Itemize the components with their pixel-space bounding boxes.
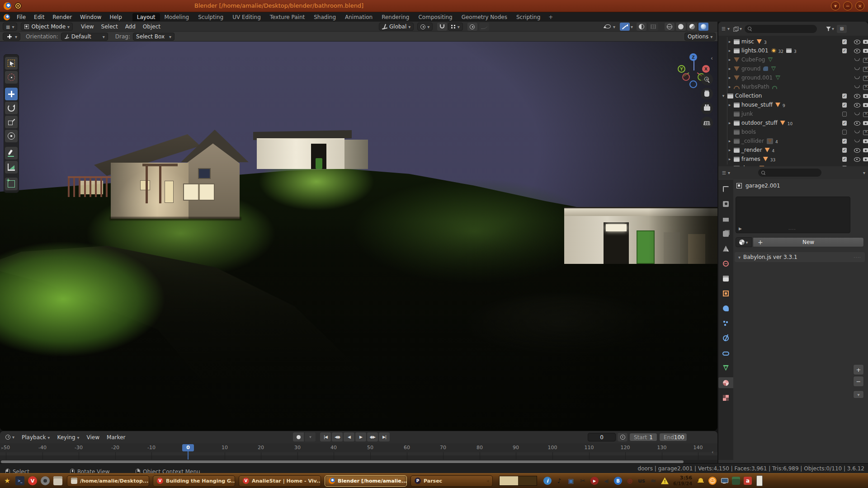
menu-help[interactable]: Help <box>105 13 126 21</box>
disable-render-toggle[interactable]: × <box>859 75 866 80</box>
exclude-checkbox[interactable]: ✓ <box>841 94 848 99</box>
disable-render-toggle[interactable]: × <box>859 84 866 89</box>
hide-viewport-toggle[interactable] <box>850 156 857 162</box>
properties-tab-particles[interactable] <box>718 318 733 328</box>
workspace-tab-compositing[interactable]: Compositing <box>414 13 457 21</box>
active-tool-dropdown[interactable]: ▾ <box>3 33 20 41</box>
tray-music-icon[interactable]: ♪ <box>555 477 563 485</box>
3d-viewport[interactable]: Z Y X ‹ + <box>0 42 717 431</box>
hide-viewport-toggle[interactable] <box>850 102 857 108</box>
outliner-row-lights-001[interactable]: ▸ lights.001323 ✓ <box>718 46 868 55</box>
vivaldi-window-1-taskbar-button[interactable]: VBuilding the Hanging G... <box>153 475 235 487</box>
hide-viewport-toggle[interactable] <box>850 111 857 117</box>
hide-viewport-toggle[interactable] <box>850 75 857 80</box>
orientation-setting-dropdown[interactable]: Default▾ <box>61 33 108 41</box>
tray-bell-icon[interactable] <box>697 477 705 485</box>
viewport-menu-object[interactable]: Object <box>139 23 164 31</box>
expand-icon[interactable]: ▸ <box>727 103 732 107</box>
properties-tab-data[interactable] <box>718 362 733 373</box>
snap-toggle[interactable] <box>437 23 447 31</box>
taskbar-clock[interactable]: 3:56 6/19/24 <box>673 475 692 486</box>
properties-tab-viewlayer[interactable] <box>718 228 733 239</box>
tray-warning-icon[interactable]: ! <box>661 478 669 484</box>
properties-options-chevron[interactable]: ▾ <box>863 170 865 175</box>
use-preview-range-button[interactable] <box>618 433 627 441</box>
proportional-falloff-dropdown[interactable] <box>479 23 489 31</box>
outliner-row-nurbspath[interactable]: ▸ NurbsPath × <box>718 82 868 91</box>
tray-info-icon[interactable]: i <box>543 477 552 485</box>
timeline-scrollbar[interactable] <box>0 460 717 463</box>
outliner-row-misc[interactable]: ▸ misc3 ✓ <box>718 37 868 46</box>
shading-solid-button[interactable] <box>676 23 686 31</box>
editor-type-dropdown[interactable]: ▦▾ <box>3 23 17 31</box>
start-frame-field[interactable]: Start1 <box>629 433 657 441</box>
launcher-files[interactable] <box>53 476 62 485</box>
gizmo-axis-z-neg[interactable] <box>689 80 697 88</box>
transport-button-2[interactable]: ◀ <box>344 432 354 441</box>
viewport-menu-view[interactable]: View <box>77 23 97 31</box>
outliner-row-ground-001[interactable]: ▸ ground.001 × <box>718 73 868 82</box>
tool-measure[interactable] <box>5 161 18 174</box>
disable-render-toggle[interactable]: × <box>859 111 866 117</box>
sidebar-expand-chevron[interactable]: ‹ <box>711 55 713 61</box>
tool-scale[interactable] <box>5 116 18 128</box>
exclude-checkbox[interactable] <box>841 112 848 117</box>
properties-search-input[interactable] <box>758 169 821 177</box>
disable-render-toggle[interactable]: × <box>859 129 866 135</box>
timeline-menu-view[interactable]: View <box>83 433 103 441</box>
workspace-2[interactable] <box>518 476 537 485</box>
transport-button-5[interactable]: ▶| <box>379 432 390 441</box>
files-window-taskbar-button[interactable]: /home/amalie/Desktop... <box>67 475 149 487</box>
timeline-right-chevron[interactable]: ‹ <box>712 449 713 455</box>
outliner-row-house-stuff[interactable]: ▸ house_stuff9 ✓ <box>718 100 868 109</box>
browse-material-dropdown[interactable]: ▾ <box>736 237 752 247</box>
workspace-tab-uv-editing[interactable]: UV Editing <box>228 13 265 21</box>
workspace-tab-texture-paint[interactable]: Texture Paint <box>265 13 309 21</box>
expand-icon[interactable]: ▸ <box>727 48 732 53</box>
window-titlebar[interactable]: Blender [/home/amalie/Desktop/blender/ba… <box>0 0 868 12</box>
hide-viewport-toggle[interactable] <box>850 129 857 135</box>
proportional-edit-toggle[interactable] <box>467 23 477 31</box>
add-slot-button[interactable]: + <box>853 364 864 375</box>
blender-menu-icon[interactable] <box>4 14 10 20</box>
tray-audio-icon[interactable]: a <box>744 477 752 485</box>
expand-icon[interactable]: ▸ <box>727 39 732 44</box>
properties-tab-object[interactable] <box>718 288 733 299</box>
shade-button[interactable]: ▾ <box>831 1 840 10</box>
timeline-left-chevron[interactable]: › <box>1 445 3 451</box>
workspace-tab-sculpting[interactable]: Sculpting <box>193 13 228 21</box>
launcher-camera[interactable] <box>41 476 50 485</box>
gizmo-axis-x[interactable]: X <box>702 65 710 73</box>
shading-material-button[interactable] <box>687 23 697 31</box>
properties-tab-tool[interactable] <box>718 183 733 194</box>
outliner-row--collider[interactable]: ▸ _collider4 ✓ <box>718 136 868 145</box>
hide-viewport-toggle[interactable] <box>850 138 857 144</box>
outliner-display-mode-dropdown[interactable]: ☰▾ <box>721 25 731 33</box>
slot-specials-dropdown[interactable]: ▾ <box>853 390 864 399</box>
hide-viewport-toggle[interactable] <box>850 48 857 53</box>
disable-render-toggle[interactable]: × <box>859 57 866 62</box>
viewport-menu-add[interactable]: Add <box>122 23 139 31</box>
transform-orientation-dropdown[interactable]: Global▾ <box>379 23 414 31</box>
exclude-checkbox[interactable]: ✓ <box>841 39 848 44</box>
hide-viewport-toggle[interactable] <box>850 120 857 126</box>
tray-play-icon[interactable]: ▶ <box>590 477 599 485</box>
timeline-track[interactable] <box>0 452 717 460</box>
launcher-terminal[interactable]: >_ <box>15 476 24 485</box>
shed-object[interactable] <box>253 127 375 173</box>
exclude-checkbox[interactable]: ✓ <box>841 121 848 126</box>
hide-viewport-toggle[interactable] <box>850 147 857 153</box>
expand-icon[interactable]: ▾ <box>721 94 726 98</box>
transport-button-1[interactable]: ◀◆ <box>332 432 343 441</box>
visibility-dropdown[interactable]: ▾ <box>601 23 618 31</box>
tray-wifi-icon[interactable]: ≈ <box>649 477 657 485</box>
outliner-filter-type-dropdown[interactable]: ▾ <box>732 25 743 33</box>
snap-options-dropdown[interactable]: ▾ <box>448 23 463 31</box>
playhead-chip[interactable]: 0 <box>182 444 194 451</box>
camera-view-button[interactable] <box>701 102 713 114</box>
properties-tab-world[interactable] <box>718 258 733 269</box>
properties-tab-physics[interactable] <box>718 333 733 343</box>
timeline-menu-playback[interactable]: Playback ▾ <box>18 433 53 441</box>
expand-icon[interactable]: ▸ <box>727 148 732 152</box>
workspace-tab-shading[interactable]: Shading <box>309 13 340 21</box>
